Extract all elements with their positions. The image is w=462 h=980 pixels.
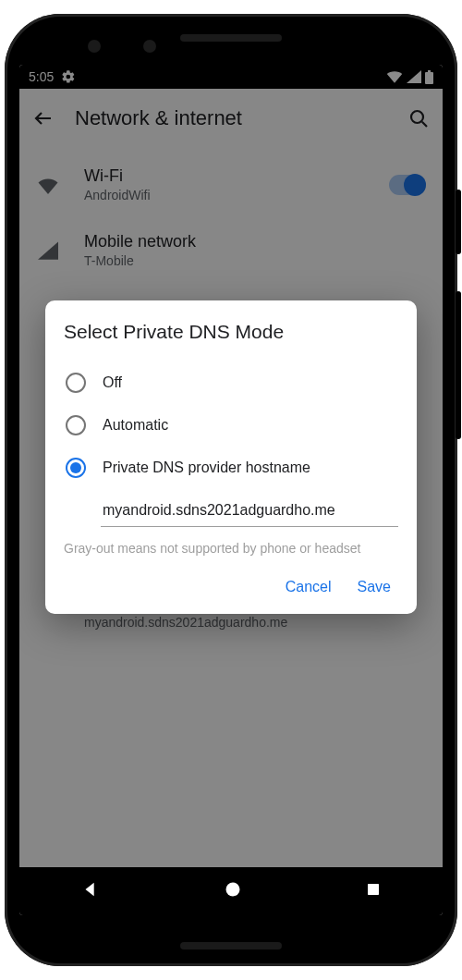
wifi-icon <box>36 176 60 194</box>
radio-automatic[interactable]: Automatic <box>64 404 398 447</box>
wifi-label: Wi-Fi <box>84 166 365 186</box>
cancel-button[interactable]: Cancel <box>286 579 332 595</box>
save-button[interactable]: Save <box>358 579 391 595</box>
page-title: Network & internet <box>75 106 387 130</box>
wifi-status-icon <box>386 70 403 83</box>
radio-hostname-label: Private DNS provider hostname <box>103 459 310 476</box>
wifi-row[interactable]: Wi-Fi AndroidWifi <box>19 152 443 217</box>
app-bar: Network & internet <box>19 89 443 148</box>
status-bar: 5:05 <box>19 65 443 89</box>
svg-point-3 <box>225 883 239 897</box>
mobile-label: Mobile network <box>84 232 426 251</box>
dialog-title: Select Private DNS Mode <box>64 321 398 343</box>
cell-icon <box>36 241 60 260</box>
gear-icon <box>61 69 76 84</box>
radio-off-label: Off <box>103 374 122 391</box>
wifi-switch[interactable] <box>389 175 426 195</box>
status-time: 5:05 <box>29 69 54 84</box>
mobile-sub: T-Mobile <box>84 253 426 268</box>
nav-recent-icon[interactable] <box>365 881 382 901</box>
nav-home-icon[interactable] <box>224 880 242 902</box>
dns-sub: myandroid.sdns2021adguardho.me <box>84 615 426 630</box>
mobile-network-row[interactable]: Mobile network T-Mobile <box>19 217 443 283</box>
radio-off-button[interactable] <box>66 373 86 393</box>
radio-automatic-label: Automatic <box>103 417 168 434</box>
svg-rect-0 <box>425 72 433 84</box>
private-dns-dialog: Select Private DNS Mode Off Automatic Pr… <box>45 300 417 614</box>
search-button[interactable] <box>406 105 432 131</box>
cell-signal-icon <box>407 70 421 83</box>
radio-hostname[interactable]: Private DNS provider hostname <box>64 447 398 489</box>
radio-hostname-button[interactable] <box>66 458 86 478</box>
svg-rect-1 <box>428 70 431 72</box>
radio-off[interactable]: Off <box>64 361 398 404</box>
wifi-sub: AndroidWifi <box>84 188 365 202</box>
hostname-input[interactable] <box>101 496 398 527</box>
nav-back-icon[interactable] <box>80 879 101 903</box>
svg-rect-4 <box>368 884 379 895</box>
dialog-hint: Gray-out means not supported by phone or… <box>64 540 398 558</box>
svg-point-2 <box>411 111 423 123</box>
back-button[interactable] <box>30 105 56 131</box>
battery-icon <box>425 70 433 84</box>
navigation-bar <box>19 867 443 915</box>
radio-automatic-button[interactable] <box>66 415 86 435</box>
